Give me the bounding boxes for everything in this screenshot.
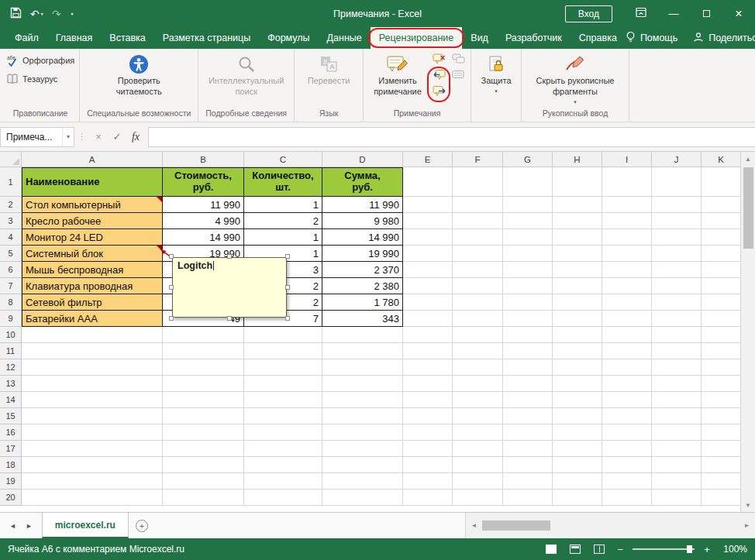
cell-H7[interactable] [553, 278, 602, 294]
save-button[interactable] [6, 3, 26, 25]
cell-K9[interactable] [702, 311, 740, 327]
cell-D6[interactable]: 2 370 [322, 262, 403, 278]
cell-E15[interactable] [403, 408, 453, 424]
cell-J19[interactable] [652, 473, 702, 490]
cell-A9[interactable]: Батарейки AAA [22, 311, 163, 327]
cell-J4[interactable] [652, 229, 702, 246]
cell-E6[interactable] [403, 262, 453, 278]
cell-J8[interactable] [652, 294, 702, 311]
cell-I7[interactable] [602, 278, 652, 294]
row-header-7[interactable]: 7 [0, 278, 22, 294]
cell-G16[interactable] [503, 424, 553, 441]
column-header-H[interactable]: H [553, 152, 602, 167]
cell-H17[interactable] [553, 441, 602, 457]
cell-B15[interactable] [163, 408, 244, 424]
cell-D17[interactable] [322, 441, 403, 457]
vertical-scroll-thumb[interactable] [743, 167, 753, 249]
cell-I10[interactable] [602, 327, 652, 343]
cell-K11[interactable] [702, 343, 740, 359]
cell-D12[interactable] [322, 359, 403, 376]
cell-G4[interactable] [503, 229, 553, 246]
cell-H6[interactable] [553, 262, 602, 278]
cell-E7[interactable] [403, 278, 453, 294]
customize-qat-button[interactable]: ▾ [65, 3, 77, 25]
cell-E13[interactable] [403, 376, 453, 392]
show-all-comments-button[interactable] [449, 68, 468, 84]
cell-B19[interactable] [163, 473, 244, 490]
row-header-16[interactable]: 16 [0, 424, 22, 441]
cell-C20[interactable] [244, 490, 322, 506]
cell-J16[interactable] [652, 424, 702, 441]
cell-I15[interactable] [602, 408, 652, 424]
cell-E12[interactable] [403, 359, 453, 376]
cell-F3[interactable] [453, 213, 503, 229]
page-layout-view-button[interactable] [567, 541, 584, 557]
column-header-G[interactable]: G [503, 152, 553, 167]
horizontal-scroll-thumb[interactable] [482, 520, 550, 531]
cell-I16[interactable] [602, 424, 652, 441]
select-all-corner[interactable] [0, 152, 22, 167]
cell-K20[interactable] [702, 490, 740, 506]
cell-B18[interactable] [163, 457, 244, 473]
cell-A6[interactable]: Мышь беспроводная [22, 262, 163, 278]
cell-H4[interactable] [553, 229, 602, 246]
name-box-caret-icon[interactable]: ▾ [62, 128, 74, 146]
cell-C17[interactable] [244, 441, 322, 457]
tab-справка[interactable]: Справка [571, 27, 626, 49]
cell-K13[interactable] [702, 376, 740, 392]
cell-C16[interactable] [244, 424, 322, 441]
cell-H15[interactable] [553, 408, 602, 424]
cell-J10[interactable] [652, 327, 702, 343]
cell-H5[interactable] [553, 246, 602, 262]
cell-J2[interactable] [652, 197, 702, 213]
cell-D2[interactable]: 11 990 [322, 197, 403, 213]
cell-C4[interactable]: 1 [244, 229, 322, 246]
cell-I6[interactable] [602, 262, 652, 278]
cell-C10[interactable] [244, 327, 322, 343]
cell-D8[interactable]: 1 780 [322, 294, 403, 311]
cell-G6[interactable] [503, 262, 553, 278]
sign-in-button[interactable]: Вход [565, 5, 612, 22]
cell-F4[interactable] [453, 229, 503, 246]
vertical-scrollbar[interactable]: ▲ ▼ [740, 152, 755, 512]
row-header-17[interactable]: 17 [0, 441, 22, 457]
row-header-2[interactable]: 2 [0, 197, 22, 213]
cell-D10[interactable] [322, 327, 403, 343]
cell-K18[interactable] [702, 457, 740, 473]
cell-E20[interactable] [403, 490, 453, 506]
column-header-F[interactable]: F [453, 152, 503, 167]
cell-F13[interactable] [453, 376, 503, 392]
cell-K12[interactable] [702, 359, 740, 376]
row-header-14[interactable]: 14 [0, 392, 22, 408]
resize-handle-e[interactable] [285, 285, 290, 290]
column-header-K[interactable]: K [702, 152, 740, 167]
row-header-15[interactable]: 15 [0, 408, 22, 424]
cell-K8[interactable] [702, 294, 740, 311]
cell-G13[interactable] [503, 376, 553, 392]
zoom-slider-thumb[interactable] [687, 545, 692, 553]
cell-G12[interactable] [503, 359, 553, 376]
zoom-slider[interactable] [633, 548, 695, 550]
cell-D14[interactable] [322, 392, 403, 408]
cell-J6[interactable] [652, 262, 702, 278]
tab-главная[interactable]: Главная [47, 27, 102, 49]
row-header-10[interactable]: 10 [0, 327, 22, 343]
cell-F7[interactable] [453, 278, 503, 294]
name-box[interactable]: Примеча... ▾ [0, 127, 74, 147]
cell-G19[interactable] [503, 473, 553, 490]
row-header-8[interactable]: 8 [0, 294, 22, 311]
edit-comment-button[interactable]: Изменить примечание [366, 50, 429, 98]
tab-вставка[interactable]: Вставка [101, 27, 153, 49]
share-button[interactable]: Поделиться [693, 32, 755, 45]
cell-D13[interactable] [322, 376, 403, 392]
cell-D20[interactable] [322, 490, 403, 506]
cell-E3[interactable] [403, 213, 453, 229]
cell-D11[interactable] [322, 343, 403, 359]
cell-G10[interactable] [503, 327, 553, 343]
cell-H16[interactable] [553, 424, 602, 441]
cell-F14[interactable] [453, 392, 503, 408]
cell-D18[interactable] [322, 457, 403, 473]
next-comment-button[interactable] [429, 84, 449, 101]
cell-C13[interactable] [244, 376, 322, 392]
cell-F11[interactable] [453, 343, 503, 359]
